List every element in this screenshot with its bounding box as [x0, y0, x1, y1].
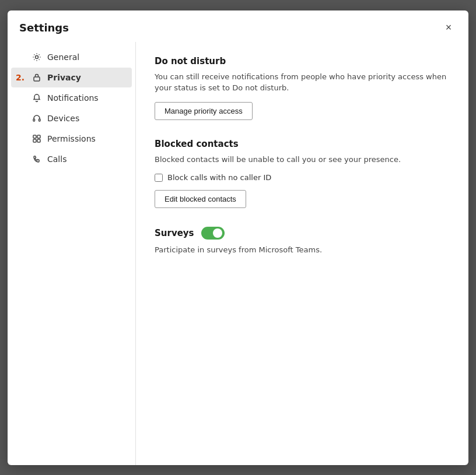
sidebar-item-general-label: General: [47, 52, 79, 62]
sidebar-item-general[interactable]: General: [11, 47, 132, 67]
sidebar-item-permissions-label: Permissions: [47, 134, 96, 143]
dialog-body: General 2. Privacy: [8, 42, 468, 465]
blocked-contacts-description: Blocked contacts will be unable to call …: [155, 154, 450, 166]
close-button[interactable]: ×: [440, 20, 457, 36]
step-indicator: 2.: [16, 73, 24, 82]
svg-rect-7: [37, 139, 40, 142]
svg-rect-6: [33, 139, 36, 142]
headset-icon: [32, 114, 41, 123]
dialog-header: Settings ×: [8, 10, 468, 42]
surveys-description: Participate in surveys from Microsoft Te…: [155, 244, 450, 256]
toggle-slider: [201, 227, 225, 240]
sidebar-item-notifications-label: Notifications: [47, 93, 99, 103]
manage-priority-access-button[interactable]: Manage priority access: [155, 102, 253, 120]
surveys-row: Surveys: [155, 227, 450, 240]
svg-rect-5: [37, 135, 40, 138]
sidebar-item-calls[interactable]: Calls: [11, 149, 132, 169]
blocked-contacts-section: Blocked contacts Blocked contacts will b…: [155, 139, 450, 209]
grid-icon: [32, 134, 41, 143]
sidebar-item-notifications[interactable]: Notifications: [11, 88, 132, 108]
dialog-title: Settings: [19, 22, 69, 34]
block-no-caller-label: Block calls with no caller ID: [167, 173, 271, 182]
blocked-contacts-title: Blocked contacts: [155, 139, 450, 149]
sidebar-item-devices-label: Devices: [47, 114, 79, 123]
sidebar-item-calls-label: Calls: [47, 154, 66, 164]
settings-dialog: Settings × General 2.: [8, 10, 468, 465]
main-content: Do not disturb You can still receive not…: [136, 42, 468, 465]
do-not-disturb-section: Do not disturb You can still receive not…: [155, 56, 450, 120]
svg-rect-3: [39, 119, 41, 121]
phone-icon: [32, 154, 41, 164]
sidebar-item-permissions[interactable]: Permissions: [11, 129, 132, 149]
svg-rect-2: [33, 119, 35, 121]
sidebar-item-privacy[interactable]: 2. Privacy: [11, 68, 132, 87]
block-no-caller-checkbox[interactable]: [155, 174, 163, 182]
bell-icon: [32, 93, 41, 103]
sidebar: General 2. Privacy: [8, 42, 136, 465]
edit-blocked-contacts-button[interactable]: Edit blocked contacts: [155, 190, 246, 208]
lock-icon: [32, 73, 41, 82]
do-not-disturb-title: Do not disturb: [155, 56, 450, 66]
svg-rect-1: [34, 77, 40, 81]
block-calls-row: Block calls with no caller ID: [155, 173, 450, 182]
do-not-disturb-description: You can still receive notifications from…: [155, 71, 450, 94]
surveys-title: Surveys: [155, 228, 194, 238]
sidebar-item-devices[interactable]: Devices: [11, 108, 132, 128]
sidebar-item-privacy-label: Privacy: [47, 73, 81, 82]
svg-rect-4: [33, 135, 36, 138]
svg-point-0: [36, 55, 38, 58]
surveys-section: Surveys Participate in surveys from Micr…: [155, 227, 450, 256]
surveys-toggle[interactable]: [201, 227, 225, 240]
gear-icon: [32, 52, 41, 62]
